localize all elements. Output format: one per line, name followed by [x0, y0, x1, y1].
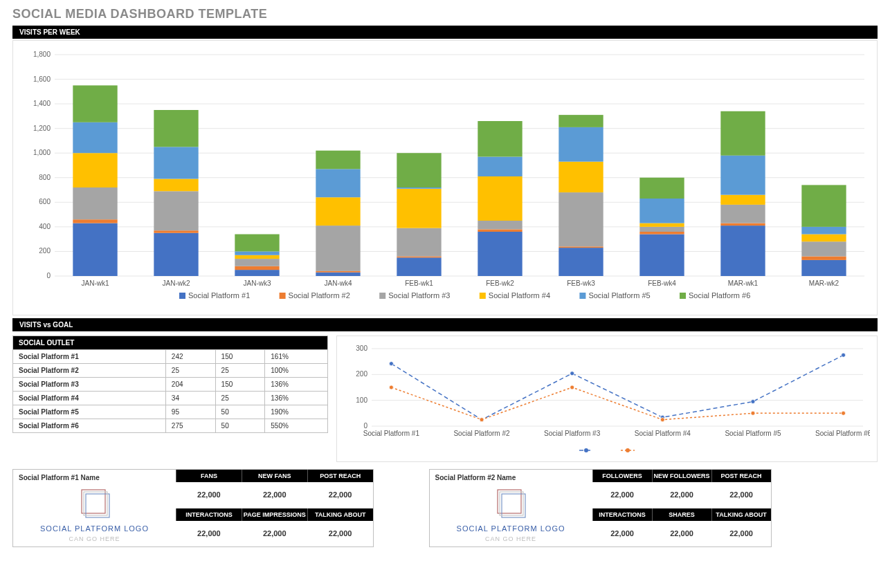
- svg-rect-84: [801, 257, 846, 260]
- metric-header: SHARES: [652, 508, 711, 521]
- svg-rect-73: [639, 199, 684, 223]
- svg-text:200: 200: [356, 370, 367, 378]
- svg-text:MAR-wk2: MAR-wk2: [809, 279, 839, 287]
- svg-rect-100: [680, 293, 686, 299]
- svg-rect-59: [478, 157, 522, 176]
- svg-text:FEB-wk2: FEB-wk2: [486, 279, 514, 287]
- metric-header: TALKING ABOUT: [307, 508, 373, 521]
- svg-rect-86: [801, 235, 846, 242]
- svg-text:Social Platform #1: Social Platform #1: [363, 430, 420, 437]
- svg-rect-78: [720, 205, 765, 223]
- svg-text:300: 300: [356, 344, 367, 352]
- metric-header: FOLLOWERS: [592, 470, 652, 482]
- metric-header: TALKING ABOUT: [711, 508, 771, 521]
- svg-rect-94: [379, 293, 385, 299]
- table-row: Social Platform #627550550%: [13, 419, 328, 433]
- svg-rect-132: [82, 490, 105, 513]
- svg-rect-137: [500, 492, 523, 515]
- svg-text:FEB-wk1: FEB-wk1: [405, 279, 433, 287]
- svg-rect-136: [502, 494, 525, 517]
- svg-rect-20: [73, 223, 117, 276]
- page-title: SOCIAL MEDIA DASHBOARD TEMPLATE: [12, 7, 878, 21]
- svg-rect-64: [558, 192, 603, 246]
- svg-point-131: [626, 448, 630, 452]
- svg-point-117: [480, 418, 484, 422]
- svg-text:Social Platform #3: Social Platform #3: [544, 430, 601, 437]
- table-row: Social Platform #22525100%: [13, 364, 328, 378]
- svg-rect-35: [235, 266, 279, 270]
- svg-text:FEB-wk4: FEB-wk4: [648, 279, 676, 287]
- metric-header: PAGE IMPRESSIONS: [242, 508, 307, 521]
- svg-rect-53: [397, 153, 441, 187]
- svg-point-115: [842, 353, 846, 357]
- svg-text:Social Platform #6: Social Platform #6: [815, 430, 870, 437]
- svg-rect-41: [316, 273, 360, 276]
- svg-point-121: [842, 411, 846, 415]
- svg-text:1,200: 1,200: [33, 125, 51, 132]
- svg-rect-39: [235, 235, 279, 252]
- svg-rect-46: [316, 151, 360, 169]
- svg-rect-67: [558, 115, 603, 127]
- svg-rect-43: [316, 226, 360, 271]
- svg-rect-48: [397, 257, 441, 276]
- logo-caption: SOCIAL PLATFORM LOGO: [40, 524, 149, 533]
- svg-rect-34: [235, 270, 279, 276]
- svg-text:Social Platform #1: Social Platform #1: [188, 291, 250, 300]
- svg-point-116: [389, 385, 393, 389]
- platform-name: Social Platform #2 Name: [435, 474, 587, 481]
- svg-rect-96: [480, 293, 486, 299]
- svg-rect-72: [639, 223, 684, 227]
- metric-value: 22,000: [242, 521, 307, 547]
- svg-text:100: 100: [356, 396, 367, 404]
- svg-text:400: 400: [39, 223, 51, 230]
- metric-header: POST REACH: [711, 470, 771, 482]
- metric-value: 22,000: [652, 521, 711, 547]
- metric-header: FANS: [176, 470, 242, 482]
- svg-rect-57: [478, 221, 522, 229]
- svg-rect-51: [397, 189, 441, 228]
- svg-rect-81: [720, 111, 765, 156]
- svg-rect-52: [397, 187, 441, 189]
- svg-text:FEB-wk3: FEB-wk3: [567, 279, 595, 287]
- svg-point-129: [584, 448, 588, 452]
- svg-text:600: 600: [39, 198, 51, 205]
- svg-rect-56: [478, 229, 522, 232]
- svg-rect-30: [154, 179, 198, 192]
- svg-text:JAN-wk1: JAN-wk1: [81, 279, 109, 287]
- svg-text:1,800: 1,800: [33, 50, 51, 58]
- svg-text:JAN-wk3: JAN-wk3: [243, 279, 271, 287]
- svg-point-118: [570, 385, 574, 389]
- metric-header: NEW FANS: [242, 470, 307, 482]
- svg-rect-62: [558, 248, 603, 276]
- svg-rect-88: [801, 185, 846, 226]
- svg-rect-69: [639, 235, 684, 276]
- table-row: Social Platform #3204150136%: [13, 378, 328, 392]
- svg-point-120: [751, 411, 755, 415]
- metric-value: 22,000: [711, 482, 771, 508]
- platform-name: Social Platform #1 Name: [19, 474, 170, 481]
- svg-rect-31: [154, 147, 198, 178]
- metric-value: 22,000: [652, 482, 711, 508]
- logo-subcaption: CAN GO HERE: [69, 535, 120, 542]
- section-visits-vs-goal: VISITS vs GOAL: [12, 318, 878, 331]
- svg-rect-60: [478, 121, 522, 157]
- svg-rect-32: [154, 110, 198, 147]
- metric-value: 22,000: [307, 482, 373, 508]
- metric-value: 22,000: [307, 521, 373, 547]
- svg-text:JAN-wk4: JAN-wk4: [324, 279, 352, 287]
- metric-value: 22,000: [592, 482, 652, 508]
- svg-rect-85: [801, 241, 846, 256]
- metric-value: 22,000: [711, 521, 771, 547]
- svg-rect-133: [86, 494, 109, 517]
- svg-rect-63: [558, 246, 603, 248]
- outlet-table-header: SOCIAL OUTLET: [13, 336, 328, 350]
- svg-rect-71: [639, 227, 684, 232]
- metric-header: INTERACTIONS: [592, 508, 652, 521]
- svg-text:Social Platform #5: Social Platform #5: [725, 430, 781, 437]
- svg-rect-44: [316, 197, 360, 226]
- svg-text:Social Platform #2: Social Platform #2: [453, 430, 510, 437]
- svg-rect-28: [154, 230, 198, 233]
- svg-text:1,600: 1,600: [33, 75, 51, 83]
- svg-rect-24: [73, 122, 117, 153]
- svg-rect-38: [235, 251, 279, 255]
